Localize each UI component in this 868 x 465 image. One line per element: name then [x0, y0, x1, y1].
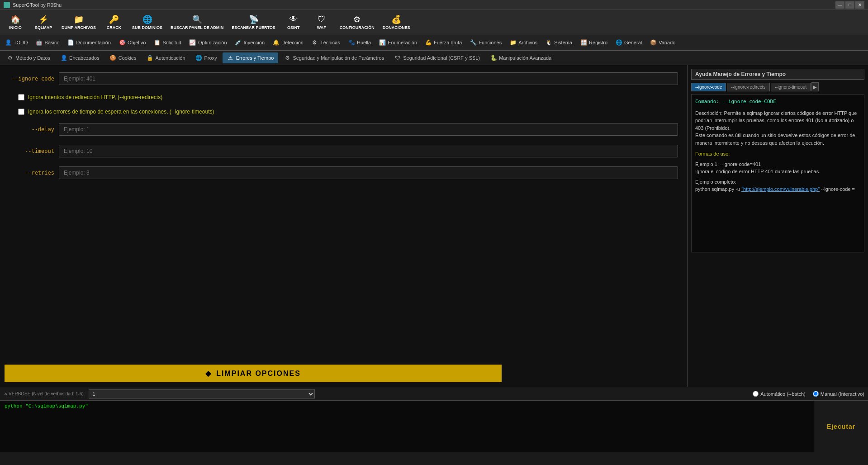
tab-todo[interactable]: 👤 TODO	[1, 36, 32, 49]
delay-label: --delay	[9, 126, 54, 133]
ignore-redirects-checkbox[interactable]	[18, 94, 24, 100]
clear-button-label: LIMPIAR OPCIONES	[216, 370, 301, 378]
tab-label-enumeracion: Enumeración	[388, 40, 417, 45]
nav-btn-escanear[interactable]: 📡 ESCANEAR PUERTOS	[228, 12, 279, 33]
tab-deteccion[interactable]: 🔔 Detección	[269, 36, 307, 49]
nav-btn-crack[interactable]: 🔑 CRACK	[100, 12, 128, 33]
tab-icon-todo: 👤	[5, 39, 12, 46]
help-tabs: --ignore-code--ignore-redirects--ignore-…	[691, 82, 864, 91]
nav-icon-subdominios: 🌐	[142, 14, 152, 24]
manual-radio-label[interactable]: Manual (Interactivo)	[813, 391, 864, 397]
tab-label-variado: Variado	[659, 40, 675, 45]
tab-registro[interactable]: 🪟 Registro	[576, 36, 611, 49]
sub-tab-encabezados[interactable]: 👤 Encabezados	[56, 52, 104, 63]
tab-huella[interactable]: 🐾 Huella	[344, 36, 375, 49]
tab-icon-archivos: 📁	[509, 39, 517, 46]
sub-tab-autenticacion[interactable]: 🔒 Autenticación	[142, 52, 190, 63]
nav-btn-dump[interactable]: 📁 DUMP ARCHIVOS	[58, 12, 100, 33]
help-example2-url: "http://ejemplo.com/vulnerable.php"	[741, 186, 820, 192]
clear-options-button[interactable]: ◆ LIMPIAR OPCIONES	[5, 365, 502, 382]
tab-label-basico: Basico	[45, 40, 60, 45]
tab-sistema[interactable]: 🐧 Sistema	[541, 36, 576, 49]
nav-btn-waf[interactable]: 🛡 WAF	[308, 12, 335, 33]
command-output: python "C:\sqlmap\sqlmap.py"	[0, 401, 814, 452]
tab-objetivo[interactable]: 🎯 Objetivo	[115, 36, 149, 49]
ignore-timeouts-checkbox[interactable]	[18, 109, 24, 115]
sub-tab-icon-manipulacion: 🐍	[490, 54, 497, 62]
sub-tab-icon-encabezados: 👤	[60, 54, 67, 62]
nav-label-inicio: INICIO	[9, 25, 22, 30]
ignore-code-input[interactable]	[59, 72, 678, 85]
sub-tab-label-seguridad2: Seguridad Adicional (CSRF y SSL)	[403, 55, 480, 61]
clear-button-area: ◆ LIMPIAR OPCIONES	[5, 365, 502, 382]
nav-icon-sqlmap: ⚡	[38, 14, 48, 24]
nav-btn-configuracion[interactable]: ⚙ CONFIGURACIÓN	[336, 12, 378, 33]
nav-btn-osint[interactable]: 👁 OSINT	[280, 12, 307, 33]
sub-tab-metodo[interactable]: ⚙ Método y Datos	[2, 52, 55, 63]
sub-tab-errores[interactable]: ⚠ Errores y Tiempo	[223, 52, 279, 63]
tab-icon-registro: 🪟	[580, 39, 587, 46]
sub-tab-icon-seguridad: ⚙	[284, 54, 291, 62]
tab-label-general: General	[624, 40, 642, 45]
tab-documentacion[interactable]: 📄 Documentación	[64, 36, 114, 49]
tab-enumeracion[interactable]: 📊 Enumeración	[375, 36, 421, 49]
nav-btn-panel[interactable]: 🔍 BUSCAR PANEL DE ADMIN	[167, 12, 227, 33]
top-navigation: 🏠 INICIO ⚡ SQLMAP 📁 DUMP ARCHIVOS 🔑 CRAC…	[0, 10, 868, 34]
tab-general[interactable]: 🌐 General	[612, 36, 645, 49]
nav-btn-donaciones[interactable]: 💰 DONACIONES	[379, 12, 414, 33]
nav-icon-escanear: 📡	[249, 14, 259, 24]
sub-tab-cookies[interactable]: 🍪 Cookies	[105, 52, 141, 63]
tab-optimizacion[interactable]: 📈 Optimización	[185, 36, 231, 49]
close-button[interactable]: ✕	[855, 1, 864, 9]
minimize-button[interactable]: —	[835, 1, 844, 9]
manual-radio[interactable]	[813, 391, 819, 397]
tab-archivos[interactable]: 📁 Archivos	[506, 36, 541, 49]
verbose-select[interactable]: 1 2 3 4 5 6	[89, 389, 315, 399]
nav-btn-subdominios[interactable]: 🌐 SUB DOMINIOS	[128, 12, 166, 33]
timeout-input[interactable]	[59, 145, 678, 157]
main-content: --ignore-code Ignora intentos de redirec…	[0, 65, 868, 387]
sub-tab-label-metodo: Método y Datos	[15, 55, 50, 61]
sub-tab-proxy[interactable]: 🌐 Proxy	[191, 52, 222, 63]
help-tab-ignore-timeouts[interactable]: --ignore-timeout	[771, 83, 811, 91]
cmd-output-line: python "C:\sqlmap\sqlmap.py"	[5, 403, 809, 409]
sub-tab-manipulacion[interactable]: 🐍 Manipulación Avanzada	[485, 52, 556, 63]
nav-btn-sqlmap[interactable]: ⚡ SQLMAP	[30, 12, 57, 33]
tab-basico[interactable]: 🤖 Basico	[32, 36, 63, 49]
tab-fuerzabruta[interactable]: 💪 Fuerza bruta	[421, 36, 465, 49]
execute-button[interactable]: Ejecutar	[827, 423, 855, 430]
maximize-button[interactable]: □	[845, 1, 854, 9]
execute-button-area[interactable]: Ejecutar	[814, 401, 868, 452]
tab-tecnicas[interactable]: ⚙ Técnicas	[308, 36, 344, 49]
help-panel-title: Ayuda Manejo de Errores y Tiempo	[691, 69, 864, 80]
tab-solicitud[interactable]: 📋 Solicitud	[150, 36, 185, 49]
sub-tab-label-encabezados: Encabezados	[69, 55, 100, 61]
delay-input[interactable]	[59, 123, 678, 136]
help-tab-ignore-code[interactable]: --ignore-code	[691, 83, 726, 91]
help-tab-ignore-redirects[interactable]: --ignore-redirects	[727, 83, 769, 91]
command-output-area: python "C:\sqlmap\sqlmap.py" Ejecutar	[0, 400, 868, 452]
auto-radio-label[interactable]: Automático (--batch)	[753, 391, 806, 397]
help-tab-arrow-right[interactable]: ▶	[811, 82, 819, 91]
tab-label-deteccion: Detección	[281, 40, 304, 45]
tab-label-tecnicas: Técnicas	[320, 40, 340, 45]
app-title: SuperGTool by R0$hu	[13, 2, 62, 8]
sub-tab-seguridad[interactable]: ⚙ Seguridad y Manipulación de Parámetros	[279, 52, 389, 63]
retries-input[interactable]	[59, 166, 678, 179]
auto-radio[interactable]	[753, 391, 759, 397]
ignore-timeouts-label: Ignora los errores de tiempo de espera e…	[28, 109, 214, 115]
tab-icon-enumeracion: 📊	[379, 39, 386, 46]
tab-variado[interactable]: 📦 Variado	[646, 36, 679, 49]
nav-label-donaciones: DONACIONES	[383, 25, 410, 30]
sub-tab-label-seguridad: Seguridad y Manipulación de Parámetros	[293, 55, 384, 61]
nav-icon-configuracion: ⚙	[352, 14, 362, 24]
tab-label-optimizacion: Optimización	[198, 40, 227, 45]
tab-inyeccion[interactable]: 💉 Inyección	[231, 36, 268, 49]
nav-label-dump: DUMP ARCHIVOS	[62, 25, 96, 30]
tab-label-documentacion: Documentación	[76, 40, 111, 45]
tab-funciones[interactable]: 🔧 Funciones	[466, 36, 505, 49]
sub-tab-seguridad2[interactable]: 🛡 Seguridad Adicional (CSRF y SSL)	[389, 52, 484, 63]
tab-label-archivos: Archivos	[518, 40, 537, 45]
nav-btn-inicio[interactable]: 🏠 INICIO	[2, 12, 29, 33]
help-cmd-title: Comando: --ignore-code=CODE	[695, 98, 860, 106]
